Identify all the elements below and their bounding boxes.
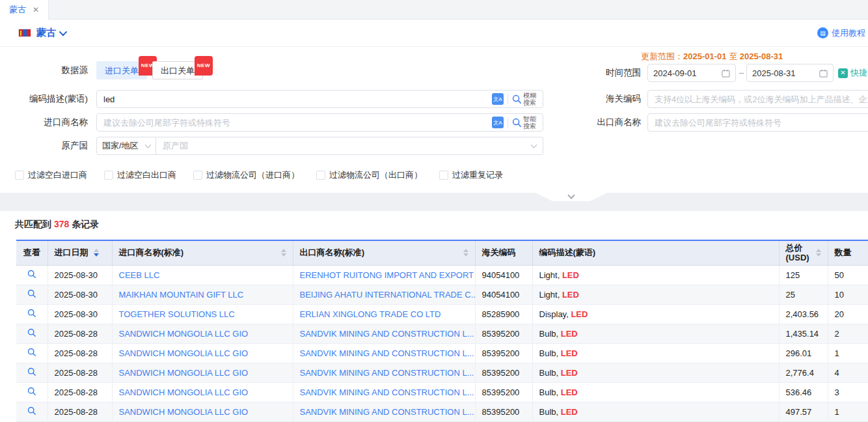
- date-start-input[interactable]: 2024-09-01: [647, 64, 736, 82]
- view-detail-icon[interactable]: [27, 348, 36, 357]
- importer-cell: MAIKHAN MOUNTAIN GIFT LLC: [112, 285, 293, 304]
- date-start-value: 2024-09-01: [653, 68, 722, 78]
- desc-text: Display,: [539, 309, 571, 319]
- exporter-name-input[interactable]: [648, 114, 868, 131]
- translate-icon[interactable]: 文A: [492, 117, 504, 128]
- code-desc-input[interactable]: [97, 91, 492, 107]
- checkbox-filter-logistics-importer[interactable]: 过滤物流公司（进口商）: [193, 169, 299, 181]
- update-range: 更新范围：2025-01-01 至 2025-08-31: [641, 51, 783, 63]
- sort-icon[interactable]: [816, 249, 821, 257]
- page-tab-mongolia[interactable]: 蒙古 ✕: [0, 0, 49, 20]
- fuzzy-search-button[interactable]: 模糊搜索: [512, 92, 539, 106]
- view-cell[interactable]: [16, 382, 47, 402]
- checkbox[interactable]: [15, 171, 24, 180]
- view-detail-icon[interactable]: [27, 270, 36, 279]
- view-detail-icon[interactable]: [27, 289, 36, 298]
- quick-select-link[interactable]: ✕ 快捷: [838, 64, 867, 82]
- exporter-link[interactable]: SANDVIK MINING AND CONSTRUCTION L...: [300, 387, 474, 397]
- divider: [508, 117, 508, 128]
- hs-code-label: 海关编码: [553, 90, 641, 108]
- desc-text: Bulb,: [539, 329, 561, 339]
- country-selector-label[interactable]: 蒙古: [36, 27, 56, 39]
- exporter-link[interactable]: BEIJING AHATU INTERNATIONAL TRADE C...: [300, 290, 476, 300]
- sort-icon[interactable]: [463, 249, 468, 257]
- close-icon[interactable]: ✕: [33, 5, 39, 14]
- checkbox[interactable]: [316, 171, 325, 180]
- quantity-cell: 10: [828, 285, 868, 304]
- importer-cell: SANDWICH MONGOLIA LLC GIO: [112, 402, 293, 421]
- book-icon: ▤: [817, 27, 828, 38]
- import-date-cell: 2025-08-28: [47, 343, 112, 363]
- col-header-exporter[interactable]: 出口商名称(标准): [293, 240, 475, 265]
- view-cell[interactable]: [16, 402, 47, 421]
- col-header-total-usd[interactable]: 总价 (USD): [779, 240, 828, 265]
- checkbox-filter-logistics-exporter[interactable]: 过滤物流公司（出口商）: [316, 169, 422, 181]
- importer-link[interactable]: MAIKHAN MOUNTAIN GIFT LLC: [119, 290, 244, 300]
- results-area: 共匹配到378条记录 查看 进口日期 进口商名称(标准): [0, 211, 868, 422]
- view-cell[interactable]: [16, 343, 47, 363]
- page-tab-label: 蒙古: [9, 4, 26, 16]
- desc-highlight: LED: [561, 368, 578, 378]
- checkbox-filter-blank-exporter[interactable]: 过滤空白出口商: [104, 169, 176, 181]
- checkbox-label: 过滤空白出口商: [117, 169, 176, 181]
- hs-code-input[interactable]: [648, 91, 868, 107]
- importer-link[interactable]: CEEB LLC: [119, 270, 160, 280]
- view-cell[interactable]: [16, 285, 47, 304]
- date-range-separator: –: [739, 64, 744, 82]
- importer-cell: CEEB LLC: [112, 265, 293, 285]
- chevron-down-icon[interactable]: [59, 28, 68, 36]
- view-detail-icon[interactable]: [27, 367, 36, 376]
- origin-type-value: 国家/地区: [102, 140, 139, 152]
- tutorial-link[interactable]: ▤ 使用教程: [817, 27, 865, 39]
- exporter-name-label: 出口商名称: [553, 113, 641, 132]
- importer-link[interactable]: SANDWICH MONGOLIA LLC GIO: [119, 329, 249, 339]
- importer-link[interactable]: TOGETHER SOLUTIONS LLC: [119, 309, 235, 319]
- tab-import-declarations[interactable]: 进口关单 NEW: [96, 61, 147, 79]
- view-detail-icon[interactable]: [27, 328, 36, 337]
- checkbox-filter-blank-importer[interactable]: 过滤空白进口商: [15, 169, 87, 181]
- view-cell[interactable]: [16, 304, 47, 324]
- checkbox[interactable]: [193, 171, 202, 180]
- exporter-link[interactable]: SANDVIK MINING AND CONSTRUCTION L...: [300, 407, 474, 417]
- exporter-link[interactable]: SANDVIK MINING AND CONSTRUCTION L...: [300, 368, 474, 378]
- sort-icon-desc-active[interactable]: [94, 249, 99, 257]
- col-header-importer[interactable]: 进口商名称(标准): [112, 240, 293, 265]
- col-header-import-date[interactable]: 进口日期: [47, 240, 112, 265]
- sort-icon[interactable]: [281, 249, 286, 257]
- exporter-cell: BEIJING AHATU INTERNATIONAL TRADE C...: [293, 285, 475, 304]
- exporter-link[interactable]: ERENHOT RUITONG IMPORT AND EXPORT ...: [300, 270, 476, 280]
- tab-export-declarations[interactable]: 出口关单 NEW: [152, 61, 203, 79]
- view-detail-icon[interactable]: [27, 309, 36, 318]
- importer-link[interactable]: SANDWICH MONGOLIA LLC GIO: [119, 368, 249, 378]
- calendar-icon: [722, 69, 730, 77]
- divider: [508, 94, 508, 104]
- checkbox-filter-duplicates[interactable]: 过滤重复记录: [439, 169, 503, 181]
- checkbox[interactable]: [104, 171, 113, 180]
- fuzzy-search-label: 模糊搜索: [523, 92, 539, 106]
- importer-link[interactable]: SANDWICH MONGOLIA LLC GIO: [119, 387, 249, 397]
- checkbox[interactable]: [439, 171, 448, 180]
- code-desc-cell: Light, LED: [532, 265, 779, 285]
- new-badge: NEW: [195, 56, 213, 76]
- importer-name-input[interactable]: [97, 114, 492, 131]
- date-end-input[interactable]: 2025-08-31: [746, 64, 834, 82]
- view-detail-icon[interactable]: [27, 387, 36, 396]
- translate-icon[interactable]: 文A: [492, 93, 504, 105]
- importer-link[interactable]: SANDWICH MONGOLIA LLC GIO: [119, 407, 249, 417]
- view-cell[interactable]: [16, 324, 47, 343]
- chevron-down-icon: [145, 142, 152, 148]
- hs-code-cell: 85395200: [475, 363, 532, 382]
- import-date-cell: 2025-08-28: [47, 324, 112, 343]
- view-detail-icon[interactable]: [27, 406, 36, 415]
- exporter-link[interactable]: SANDVIK MINING AND CONSTRUCTION L...: [300, 329, 474, 339]
- importer-link[interactable]: SANDWICH MONGOLIA LLC GIO: [119, 348, 249, 358]
- view-cell[interactable]: [16, 265, 47, 285]
- smart-search-label: 智能搜索: [523, 115, 539, 130]
- exporter-link[interactable]: ERLIAN XINGLONG TRADE CO LTD: [300, 309, 441, 319]
- exporter-name-field: [647, 113, 868, 132]
- smart-search-button[interactable]: 智能搜索: [512, 115, 539, 130]
- origin-type-select[interactable]: 国家/地区: [96, 137, 156, 155]
- origin-country-select[interactable]: 原产国: [156, 137, 543, 155]
- view-cell[interactable]: [16, 363, 47, 382]
- exporter-link[interactable]: SANDVIK MINING AND CONSTRUCTION L...: [300, 348, 474, 358]
